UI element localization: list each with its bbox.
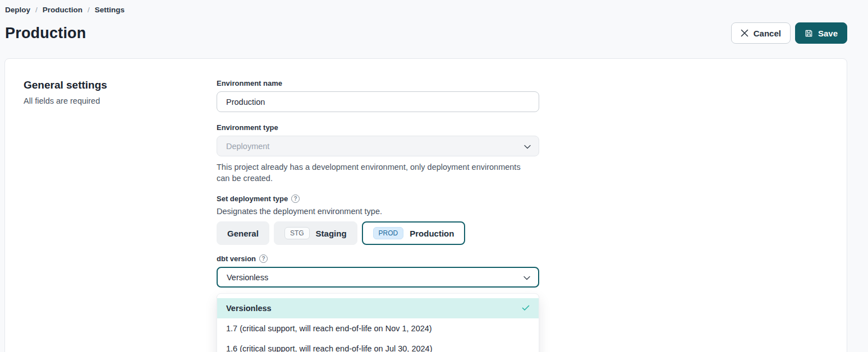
help-icon[interactable]: ? — [259, 254, 268, 263]
deployment-type-general-button[interactable]: General — [217, 221, 269, 245]
settings-form: Environment name Environment type Deploy… — [217, 79, 539, 352]
environment-type-select: Deployment — [217, 136, 539, 156]
dbt-version-dropdown: Versionless 1.7 (critical support, will … — [217, 293, 539, 352]
dropdown-option-versionless[interactable]: Versionless — [217, 298, 539, 318]
section-subheading: All fields are required — [24, 96, 217, 105]
close-icon — [741, 29, 748, 37]
dropdown-option-label: Versionless — [226, 304, 272, 313]
breadcrumb-separator: / — [88, 6, 90, 14]
breadcrumb: Deploy / Production / Settings — [5, 6, 847, 14]
environment-type-help-text: This project already has a development e… — [217, 161, 524, 184]
check-icon — [522, 304, 530, 313]
page-title: Production — [5, 25, 86, 42]
chevron-down-icon — [523, 273, 530, 282]
deployment-type-label-text: Set deployment type — [217, 194, 288, 203]
page-header: Deploy / Production / Settings Productio… — [0, 0, 868, 44]
deployment-type-description: Designates the deployment environment ty… — [217, 207, 539, 216]
deployment-type-production-label: Production — [410, 229, 454, 238]
settings-card: General settings All fields are required… — [4, 58, 847, 352]
dbt-version-select[interactable]: Versionless — [217, 267, 539, 288]
section-heading: General settings — [24, 79, 217, 91]
breadcrumb-production[interactable]: Production — [43, 6, 82, 14]
deployment-type-label: Set deployment type ? — [217, 194, 539, 203]
save-floppy-icon — [805, 29, 813, 38]
deployment-type-production-button[interactable]: PROD Production — [362, 221, 466, 245]
header-actions: Cancel Save — [731, 22, 847, 44]
cancel-button-label: Cancel — [754, 29, 781, 38]
environment-type-label: Environment type — [217, 123, 539, 132]
breadcrumb-separator: / — [35, 6, 38, 14]
cancel-button[interactable]: Cancel — [731, 22, 791, 44]
prod-badge: PROD — [373, 227, 404, 239]
staging-badge: STG — [284, 227, 310, 239]
deployment-type-general-label: General — [227, 229, 259, 238]
chevron-down-icon — [524, 142, 531, 151]
dropdown-option-1-6[interactable]: 1.6 (critical support, will reach end-of… — [217, 339, 539, 352]
breadcrumb-deploy[interactable]: Deploy — [5, 6, 30, 14]
dbt-version-value: Versionless — [227, 273, 268, 282]
save-button[interactable]: Save — [795, 22, 847, 44]
save-button-label: Save — [818, 29, 838, 38]
deployment-type-staging-label: Staging — [316, 229, 347, 238]
help-icon[interactable]: ? — [291, 194, 300, 203]
dbt-version-label: dbt version ? — [217, 254, 539, 263]
environment-type-value: Deployment — [226, 142, 269, 151]
deployment-type-staging-button[interactable]: STG Staging — [274, 221, 357, 245]
environment-name-label: Environment name — [217, 79, 539, 87]
section-intro: General settings All fields are required — [24, 79, 217, 352]
dropdown-option-label: 1.6 (critical support, will reach end-of… — [226, 344, 433, 352]
breadcrumb-settings[interactable]: Settings — [95, 6, 125, 14]
dbt-version-label-text: dbt version — [217, 254, 256, 263]
environment-name-input[interactable] — [217, 91, 539, 112]
dropdown-option-1-7[interactable]: 1.7 (critical support, will reach end-of… — [217, 318, 539, 339]
dropdown-option-label: 1.7 (critical support, will reach end-of… — [226, 324, 432, 333]
deployment-type-options: General STG Staging PROD Production — [217, 221, 539, 245]
